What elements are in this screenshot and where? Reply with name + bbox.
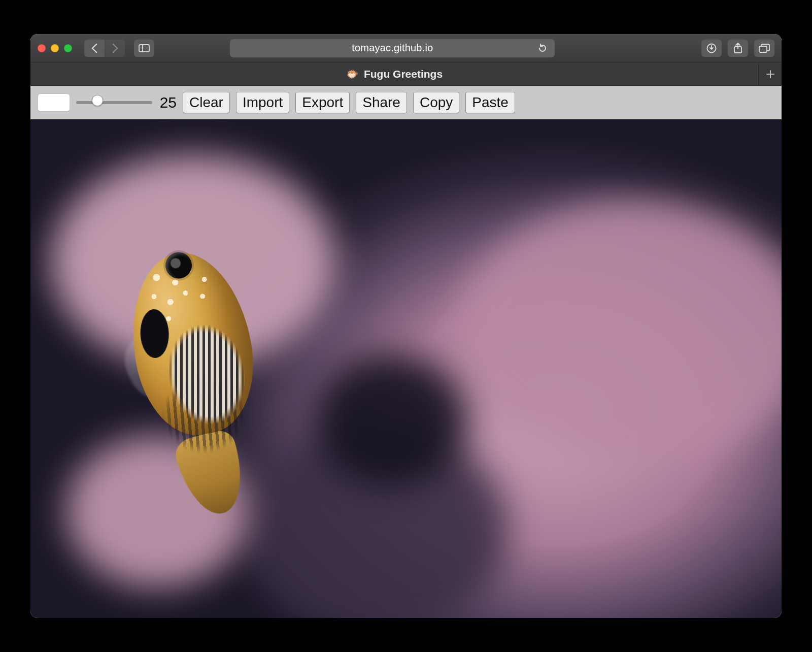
sidebar-toggle-button[interactable]: [134, 40, 154, 57]
share-browser-button[interactable]: [728, 40, 748, 57]
browser-titlebar: tomayac.github.io: [30, 34, 782, 62]
browser-right-tools: [701, 40, 774, 57]
app-toolbar: 25 Clear Import Export Share Copy Paste: [30, 86, 782, 119]
import-button[interactable]: Import: [236, 92, 289, 113]
browser-tabbar: 🐡 Fugu Greetings: [30, 62, 782, 86]
clear-button[interactable]: Clear: [183, 92, 230, 113]
forward-button[interactable]: [105, 40, 125, 57]
brush-size-control: 25: [76, 94, 177, 111]
downloads-button[interactable]: [701, 40, 722, 57]
export-button[interactable]: Export: [295, 92, 350, 113]
reload-icon: [537, 43, 548, 53]
close-window-button[interactable]: [38, 44, 46, 52]
brush-size-value: 25: [157, 94, 177, 111]
fullscreen-window-button[interactable]: [64, 44, 72, 52]
tab-title: Fugu Greetings: [364, 68, 443, 80]
reload-button[interactable]: [537, 43, 548, 53]
tabs-overview-button[interactable]: [754, 40, 774, 57]
paste-button[interactable]: Paste: [465, 92, 515, 113]
tab-favicon-icon: 🐡: [346, 69, 359, 79]
nav-buttons: [84, 40, 125, 57]
tabs-icon: [759, 44, 770, 53]
window-controls: [38, 44, 72, 52]
share-icon: [733, 43, 742, 54]
drawing-canvas[interactable]: [30, 119, 782, 618]
color-picker[interactable]: [38, 93, 70, 112]
chevron-right-icon: [112, 44, 119, 53]
svg-rect-4: [759, 46, 767, 52]
copy-button[interactable]: Copy: [413, 92, 459, 113]
svg-rect-0: [139, 45, 149, 52]
background-blob: [457, 201, 782, 465]
background-blob: [315, 354, 467, 486]
browser-window: tomayac.github.io: [30, 34, 782, 618]
share-button[interactable]: Share: [356, 92, 407, 113]
sidebar-icon: [139, 44, 150, 52]
minimize-window-button[interactable]: [51, 44, 59, 52]
browser-tab-active[interactable]: 🐡 Fugu Greetings: [30, 68, 758, 80]
download-icon: [706, 43, 717, 53]
new-tab-button[interactable]: [758, 62, 782, 86]
brush-size-slider[interactable]: [76, 101, 152, 104]
address-bar-url: tomayac.github.io: [352, 42, 433, 54]
address-bar[interactable]: tomayac.github.io: [230, 39, 555, 57]
back-button[interactable]: [84, 40, 105, 57]
chevron-left-icon: [91, 44, 98, 53]
plus-icon: [766, 70, 775, 79]
